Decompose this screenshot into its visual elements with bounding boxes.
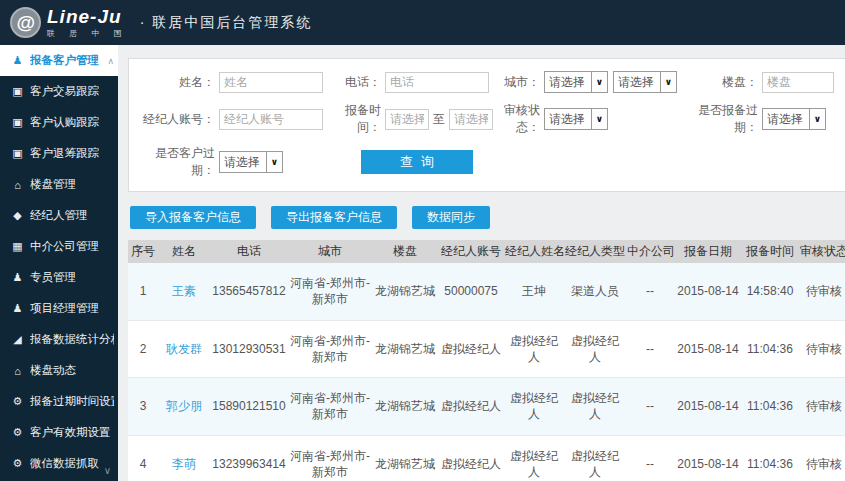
chart-icon: ◢ xyxy=(11,333,24,346)
user-icon: ♟ xyxy=(11,271,24,284)
table-cell: 待审核 xyxy=(798,263,845,320)
sidebar-item-label: 客户有效期设置 xyxy=(30,425,111,440)
table-cell: -- xyxy=(626,435,674,481)
column-header: 审核状态 xyxy=(798,240,845,263)
track-icon: ▣ xyxy=(11,85,24,98)
table-cell: 王坤 xyxy=(504,263,564,320)
customer-expired-label: 是否客户过期： xyxy=(133,145,219,179)
table-cell: 虚拟经纪人 xyxy=(504,435,564,481)
building-icon: ⌂ xyxy=(11,179,24,191)
chevron-down-icon: ∨ xyxy=(660,72,676,92)
sidebar-item[interactable]: ▦中介公司管理 xyxy=(0,231,118,262)
sidebar-item-label: 中介公司管理 xyxy=(30,239,99,254)
select-value: 请选择 xyxy=(545,74,591,91)
sidebar-item[interactable]: ♟报备客户管理∧ xyxy=(0,45,118,76)
customer-name-link[interactable]: 耿发群 xyxy=(158,320,210,378)
column-header: 电话 xyxy=(210,240,288,263)
report-time-label: 报备时间： xyxy=(323,102,385,136)
name-label: 姓名： xyxy=(133,74,219,91)
scroll-down-icon[interactable]: ∨ xyxy=(104,465,111,476)
query-button[interactable]: 查询 xyxy=(361,150,473,174)
table-cell: 11:04:36 xyxy=(742,378,798,436)
table-cell: 2015-08-14 xyxy=(674,320,742,378)
logo-text: Line-Ju xyxy=(47,7,128,26)
select-value: 请选择 xyxy=(220,154,266,171)
sidebar-item-label: 客户交易跟踪 xyxy=(30,84,99,99)
toolbar: 导入报备客户信息 导出报备客户信息 数据同步 xyxy=(130,206,845,229)
sidebar-menu: ♟报备客户管理∧▣客户交易跟踪▣客户认购跟踪▣客户退筹跟踪⌂楼盘管理◆经纪人管理… xyxy=(0,45,118,479)
sidebar: ♟报备客户管理∧▣客户交易跟踪▣客户认购跟踪▣客户退筹跟踪⌂楼盘管理◆经纪人管理… xyxy=(0,45,118,481)
table-cell: 13239963414 xyxy=(210,435,288,481)
customer-name-link[interactable]: 王素 xyxy=(158,263,210,320)
customer-name-link[interactable]: 郭少朋 xyxy=(158,378,210,436)
audit-status-label: 审核状态： xyxy=(488,102,544,136)
company-icon: ▦ xyxy=(11,240,24,253)
report-expired-label: 是否报备过期： xyxy=(678,102,762,136)
table-cell: 龙湖锦艺城 xyxy=(372,435,438,481)
phone-input[interactable] xyxy=(385,72,489,93)
chevron-down-icon: ∨ xyxy=(266,152,282,172)
table-header-row: 序号姓名电话城市楼盘经纪人账号经纪人姓名经纪人类型中介公司报备日期报备时间审核状… xyxy=(128,240,845,263)
report-time-to-input[interactable] xyxy=(449,109,493,130)
export-report-customers-button[interactable]: 导出报备客户信息 xyxy=(271,206,397,229)
sidebar-item[interactable]: ♟专员管理 xyxy=(0,262,118,293)
table-cell: -- xyxy=(626,320,674,378)
import-report-customers-button[interactable]: 导入报备客户信息 xyxy=(130,206,256,229)
sidebar-item[interactable]: ▣客户认购跟踪 xyxy=(0,107,118,138)
table-cell: 11:04:36 xyxy=(742,435,798,481)
sidebar-item-label: 专员管理 xyxy=(30,270,76,285)
sidebar-item[interactable]: ⌂楼盘动态 xyxy=(0,355,118,386)
sidebar-item[interactable]: ◢报备数据统计分析 xyxy=(0,324,118,355)
sidebar-item-label: 客户认购跟踪 xyxy=(30,115,99,130)
table-body: 1王素13565457812河南省-郑州市-新郑市龙湖锦艺城50000075王坤… xyxy=(128,263,845,481)
city-province-select[interactable]: 请选择 ∨ xyxy=(544,71,608,93)
agent-account-input[interactable] xyxy=(219,109,323,130)
sidebar-item[interactable]: ⌂楼盘管理 xyxy=(0,169,118,200)
table-cell: 虚拟经纪人 xyxy=(564,320,626,378)
agent-account-label: 经纪人账号： xyxy=(133,111,219,128)
customer-expired-select[interactable]: 请选择 ∨ xyxy=(219,151,283,173)
table-cell: 14:58:40 xyxy=(742,263,798,320)
sidebar-item[interactable]: ◆经纪人管理 xyxy=(0,200,118,231)
sidebar-item[interactable]: ▣客户退筹跟踪 xyxy=(0,138,118,169)
chevron-down-icon: ∨ xyxy=(591,109,607,129)
table-cell: 待审核 xyxy=(798,435,845,481)
audit-status-select[interactable]: 请选择 ∨ xyxy=(544,108,608,130)
estate-label: 楼盘： xyxy=(678,74,762,91)
table-cell: -- xyxy=(626,263,674,320)
at-logo-icon: @ xyxy=(10,7,41,38)
data-sync-button[interactable]: 数据同步 xyxy=(412,206,490,229)
name-input[interactable] xyxy=(219,72,323,93)
report-expired-select[interactable]: 请选择 ∨ xyxy=(762,108,826,130)
table-cell: -- xyxy=(626,378,674,436)
sidebar-item-label: 报备过期时间设置 xyxy=(30,394,114,409)
sidebar-item-label: 客户退筹跟踪 xyxy=(30,146,99,161)
report-time-from-input[interactable] xyxy=(385,109,429,130)
gear-icon: ⚙ xyxy=(11,426,24,439)
logo: @ Line-Ju 联 居 中 国 xyxy=(10,7,128,39)
city-sub-select[interactable]: 请选择 ∨ xyxy=(613,71,677,93)
table-cell: 河南省-郑州市-新郑市 xyxy=(288,435,372,481)
sidebar-item[interactable]: ⚙微信数据抓取 xyxy=(0,448,118,479)
sidebar-item[interactable]: ⚙报备过期时间设置 xyxy=(0,386,118,417)
column-header: 报备时间 xyxy=(742,240,798,263)
sidebar-item[interactable]: ⚙客户有效期设置 xyxy=(0,417,118,448)
table-cell: 3 xyxy=(128,378,158,436)
sidebar-item[interactable]: ▣客户交易跟踪 xyxy=(0,76,118,107)
table-cell: 50000075 xyxy=(438,263,504,320)
table-cell: 15890121510 xyxy=(210,378,288,436)
table-cell: 2 xyxy=(128,320,158,378)
table-cell: 龙湖锦艺城 xyxy=(372,320,438,378)
table-row: 4李萌13239963414河南省-郑州市-新郑市龙湖锦艺城虚拟经纪人虚拟经纪人… xyxy=(128,435,845,481)
table-cell: 虚拟经纪人 xyxy=(438,320,504,378)
table-cell: 河南省-郑州市-新郑市 xyxy=(288,263,372,320)
estate-input[interactable] xyxy=(762,72,834,93)
customer-name-link[interactable]: 李萌 xyxy=(158,435,210,481)
chevron-up-icon[interactable]: ∧ xyxy=(107,56,114,66)
column-header: 楼盘 xyxy=(372,240,438,263)
table-cell: 渠道人员 xyxy=(564,263,626,320)
sidebar-item-label: 经纪人管理 xyxy=(30,208,88,223)
sidebar-item[interactable]: ♟项目经理管理 xyxy=(0,293,118,324)
column-header: 城市 xyxy=(288,240,372,263)
column-header: 中介公司 xyxy=(626,240,674,263)
